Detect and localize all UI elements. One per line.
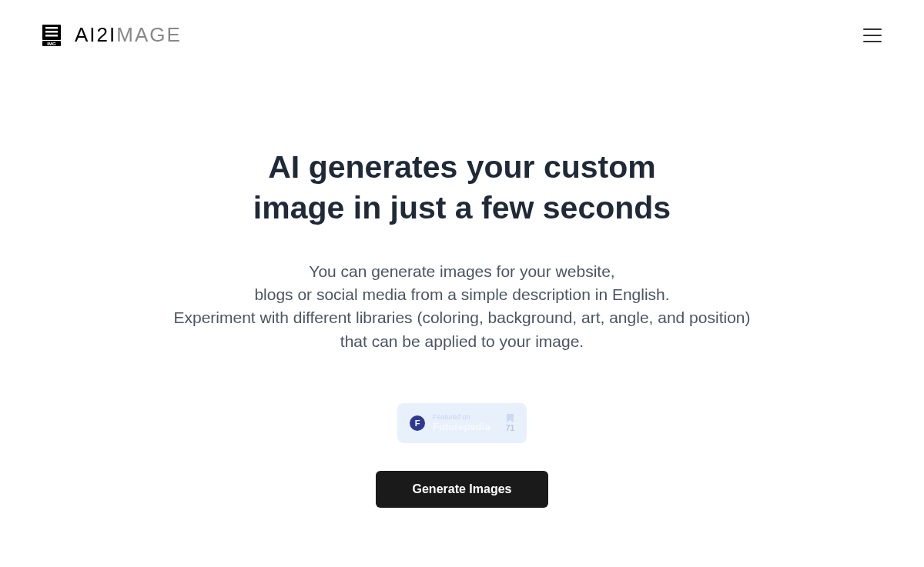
hero-subtitle-line2: blogs or social media from a simple desc… — [254, 285, 669, 303]
logo-text-bold: AI2I — [75, 23, 116, 46]
hero-subtitle: You can generate images for your website… — [0, 260, 924, 354]
badge-right: 71 — [506, 414, 514, 432]
svg-rect-2 — [45, 31, 58, 33]
cta-container: Generate Images — [0, 471, 924, 508]
bookmark-icon — [507, 414, 514, 422]
generate-images-button[interactable]: Generate Images — [376, 471, 549, 508]
futurepedia-badge[interactable]: F Featured on Futurepedia 71 — [397, 403, 527, 443]
badge-container: F Featured on Futurepedia 71 — [0, 403, 924, 443]
hero-subtitle-line1: You can generate images for your website… — [309, 262, 614, 280]
logo-text: AI2IMAGE — [75, 23, 182, 47]
hero-title: AI generates your custom image in just a… — [0, 147, 924, 229]
logo-icon: IMG — [42, 25, 61, 46]
logo[interactable]: IMG AI2IMAGE — [42, 23, 182, 47]
svg-rect-3 — [45, 35, 58, 37]
svg-rect-1 — [45, 27, 58, 29]
badge-letter: F — [415, 419, 420, 428]
badge-brand: Futurepedia — [433, 422, 490, 432]
badge-count: 71 — [506, 424, 514, 432]
hero-subtitle-line4: that can be applied to your image. — [340, 332, 584, 350]
hero-section: AI generates your custom image in just a… — [0, 70, 924, 508]
hero-title-line2: image in just a few seconds — [253, 190, 671, 225]
badge-logo-icon: F — [410, 415, 425, 431]
hero-title-line1: AI generates your custom — [268, 149, 656, 185]
header: IMG AI2IMAGE — [0, 0, 924, 70]
logo-text-light: MAGE — [116, 23, 182, 46]
badge-text: Featured on Futurepedia — [433, 414, 498, 432]
hero-subtitle-line3: Experiment with different libraries (col… — [173, 309, 750, 326]
hamburger-menu-icon[interactable] — [863, 28, 882, 42]
svg-text:IMG: IMG — [47, 42, 56, 46]
